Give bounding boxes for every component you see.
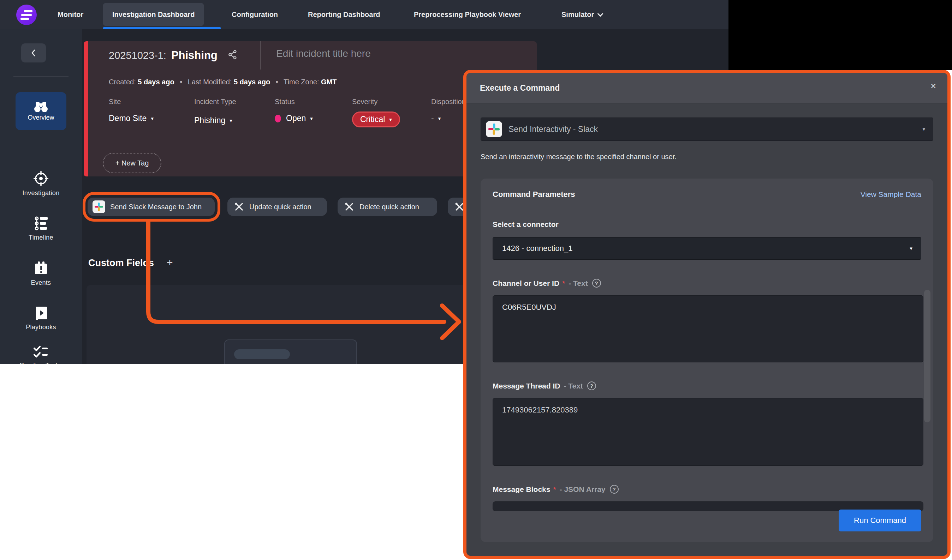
- timeline-icon: [33, 216, 49, 231]
- incident-id: 20251023-1:: [109, 50, 166, 62]
- binoculars-icon: [33, 101, 49, 113]
- active-tab-underline: [103, 27, 221, 29]
- channel-field-label: Channel or User ID * - Text ?: [493, 279, 921, 288]
- sidebar: Overview Investigation: [0, 29, 82, 364]
- blocks-field-label: Message Blocks * - JSON Array ?: [493, 485, 921, 494]
- tools-icon: [345, 202, 354, 211]
- tools-icon: [455, 202, 464, 211]
- command-parameters-title: Command Parameters: [493, 190, 575, 199]
- field-incident-type: Incident Type Phishing▾: [194, 98, 236, 125]
- message-thread-id-input[interactable]: 17493062157.820389: [493, 398, 923, 466]
- tools-icon: [235, 202, 244, 211]
- severity-dropdown[interactable]: Critical▾: [352, 111, 400, 127]
- caret-down-icon: ▾: [230, 117, 232, 124]
- caret-down-icon: ▾: [151, 116, 154, 122]
- caret-down-icon: ▾: [910, 245, 912, 251]
- sidebar-item-label: Pending Tasks: [0, 361, 82, 364]
- status-dot: [275, 115, 281, 122]
- field-disposition: Disposition -▾: [431, 98, 466, 123]
- nav-configuration[interactable]: Configuration: [232, 0, 278, 29]
- connector-label: Select a connector: [493, 220, 921, 229]
- nav-investigation-dashboard[interactable]: Investigation Dashboard: [103, 3, 204, 26]
- slack-icon: [486, 121, 502, 137]
- chevron-down-icon: [598, 11, 603, 17]
- black-backdrop: [728, 0, 952, 70]
- add-custom-field-button[interactable]: +: [167, 256, 173, 268]
- checklist-icon: [33, 346, 49, 359]
- field-site: Site Demo Site▾: [109, 98, 154, 123]
- connector-select-value: 1426 - connection_1: [502, 244, 572, 253]
- sidebar-item-pending-tasks[interactable]: Pending Tasks: [0, 346, 82, 364]
- sidebar-item-timeline[interactable]: Timeline: [0, 216, 82, 242]
- sidebar-item-label: Overview: [28, 114, 54, 121]
- sidebar-divider: [14, 76, 68, 77]
- incident-title-row: 20251023-1: Phishing: [109, 49, 238, 62]
- caret-down-icon: ▾: [438, 116, 441, 122]
- incident-type-dropdown[interactable]: Phishing▾: [194, 116, 236, 125]
- custom-field-placeholder-box: [224, 339, 357, 364]
- connector-select[interactable]: 1426 - connection_1 ▾: [493, 237, 921, 260]
- sidebar-item-label: Timeline: [0, 233, 82, 242]
- thread-field-label: Message Thread ID - Text ?: [493, 381, 921, 390]
- severity-badge: Critical▾: [352, 111, 400, 127]
- nav-reporting-dashboard[interactable]: Reporting Dashboard: [308, 0, 380, 29]
- incident-name: Phishing: [171, 49, 218, 62]
- top-nav: Monitor Investigation Dashboard Configur…: [0, 0, 728, 29]
- nav-monitor[interactable]: Monitor: [57, 0, 83, 29]
- modal-title: Execute a Command: [480, 83, 560, 93]
- site-dropdown[interactable]: Demo Site▾: [109, 114, 154, 123]
- sidebar-item-events[interactable]: Events: [0, 261, 82, 287]
- channel-or-user-id-input[interactable]: C06R5E0UVDJ: [493, 295, 923, 363]
- incident-meta: Created: 5 days ago • Last Modified: 5 d…: [109, 78, 337, 86]
- sidebar-item-overview[interactable]: Overview: [15, 92, 66, 130]
- view-sample-data-link[interactable]: View Sample Data: [861, 190, 921, 199]
- collapse-sidebar-button[interactable]: [21, 43, 46, 62]
- help-icon[interactable]: ?: [587, 381, 596, 390]
- quick-action-send-slack-message[interactable]: Send Slack Message to John: [88, 197, 215, 216]
- custom-fields-card: [87, 285, 524, 364]
- command-description: Send an interactivity message to the spe…: [481, 153, 933, 161]
- share-icon[interactable]: [227, 49, 238, 62]
- custom-fields-title: Custom Fields: [88, 258, 154, 268]
- skeleton-bar: [234, 349, 290, 359]
- run-command-button[interactable]: Run Command: [839, 509, 921, 531]
- sidebar-item-label: Events: [0, 278, 82, 287]
- help-icon[interactable]: ?: [610, 485, 619, 494]
- disposition-dropdown[interactable]: -▾: [431, 114, 466, 123]
- caret-down-icon: ▾: [922, 126, 925, 132]
- sidebar-item-investigation[interactable]: Investigation: [0, 170, 82, 197]
- sidebar-item-playbooks[interactable]: Playbooks: [0, 306, 82, 331]
- caret-down-icon: ▾: [310, 116, 313, 122]
- screenshot-canvas: Monitor Investigation Dashboard Configur…: [0, 0, 952, 560]
- title-divider: [260, 41, 261, 69]
- caret-down-icon: ▾: [389, 116, 392, 123]
- custom-fields-header: Custom Fields +: [88, 256, 173, 268]
- sidebar-item-label: Playbooks: [0, 323, 82, 331]
- nav-preprocessing-playbook-viewer[interactable]: Preprocessing Playbook Viewer: [414, 0, 521, 29]
- incident-title-input[interactable]: [275, 48, 473, 60]
- required-asterisk: *: [562, 279, 565, 288]
- required-asterisk: *: [553, 485, 556, 494]
- swimlane-logo-icon[interactable]: [16, 5, 37, 25]
- close-icon[interactable]: ×: [930, 82, 936, 91]
- new-tag-button[interactable]: + New Tag: [103, 153, 161, 173]
- modal-header: Execute a Command ×: [467, 73, 947, 103]
- command-select[interactable]: Send Interactivity - Slack ▾: [481, 117, 933, 141]
- command-parameters-panel: Command Parameters View Sample Data Sele…: [481, 179, 933, 542]
- target-icon: [33, 170, 49, 187]
- field-severity: Severity Critical▾: [352, 98, 400, 127]
- quick-action-delete[interactable]: Delete quick action: [338, 197, 437, 216]
- quick-action-update[interactable]: Update quick action: [227, 197, 327, 216]
- sidebar-item-label: Investigation: [0, 189, 82, 197]
- nav-simulator[interactable]: Simulator: [561, 0, 603, 29]
- command-select-value: Send Interactivity - Slack: [508, 125, 598, 134]
- chevron-left-icon: [30, 49, 37, 57]
- modal-body: Send Interactivity - Slack ▾ Send an int…: [467, 103, 947, 542]
- slack-icon: [93, 201, 105, 213]
- status-dropdown[interactable]: Open▾: [275, 114, 313, 123]
- calendar-alert-icon: [33, 261, 49, 276]
- help-icon[interactable]: ?: [592, 279, 601, 288]
- field-status: Status Open▾: [275, 98, 313, 123]
- execute-command-modal: Execute a Command × Send Interactivity -…: [463, 70, 950, 559]
- panel-scrollbar-thumb[interactable]: [924, 290, 930, 423]
